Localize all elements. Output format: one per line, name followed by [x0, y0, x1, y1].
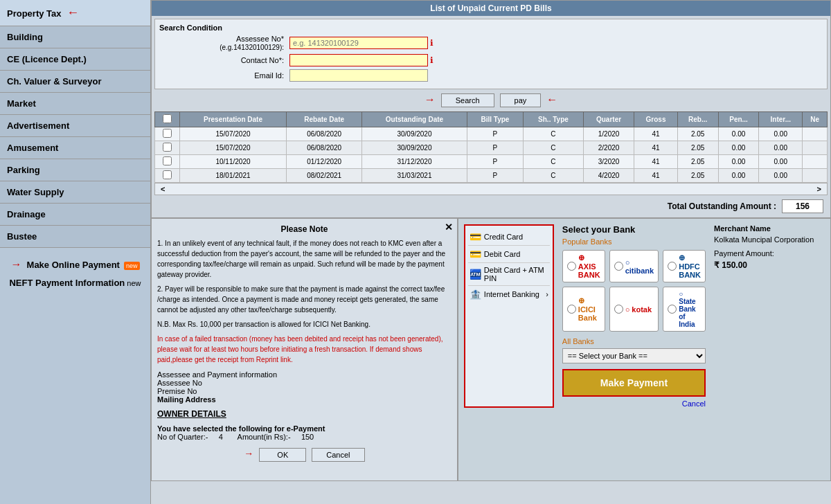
payment-method-list: 💳 Credit Card 💳 Debit Card 🏧 Debit Card …: [464, 224, 554, 408]
neft-section: NEFT Payment Information new: [0, 274, 150, 291]
contact-info-icon: ℹ: [430, 55, 434, 65]
bills-table: Presentation Date Rebate Date Outstandin…: [154, 111, 828, 183]
presentation-date: 10/11/2020: [180, 155, 287, 169]
total-amount-box: 156: [782, 199, 823, 213]
email-label: Email Id:: [159, 71, 284, 80]
payment-method-internet-banking[interactable]: 🏦 Internet Banking ›: [468, 286, 550, 303]
sidebar-item-advertisement[interactable]: Advertisement: [0, 115, 150, 137]
bank-dropdown[interactable]: == Select your Bank ==: [562, 348, 706, 363]
neft-payment-label[interactable]: NEFT Payment Information: [9, 278, 125, 288]
select-bank-title: Select your Bank: [562, 224, 706, 235]
payment-cancel-link[interactable]: Cancel: [562, 399, 706, 408]
col-bill-type: Bill Type: [467, 112, 524, 127]
debit-card-icon: 💳: [470, 249, 481, 260]
payment-method-debit-atm[interactable]: 🏧 Debit Card + ATM PIN: [468, 263, 550, 286]
payment-method-debit-card[interactable]: 💳 Debit Card: [468, 246, 550, 263]
inter: 0.00: [759, 127, 803, 141]
axis-radio[interactable]: [567, 262, 576, 271]
new-badge-neft: new: [127, 279, 141, 287]
sidebar-item-market[interactable]: Market: [0, 93, 150, 115]
search-buttons: → Search pay ←: [154, 93, 828, 107]
pay-button[interactable]: pay: [500, 93, 542, 107]
col-checkbox: [155, 112, 180, 127]
reb: 2.05: [677, 127, 718, 141]
sh-type: C: [524, 169, 583, 183]
citi-radio[interactable]: [614, 262, 623, 271]
ok-cancel-row: → OK Cancel: [157, 448, 452, 462]
total-outstanding-label: Total Outstanding Amount :: [668, 201, 776, 211]
sidebar-item-drainage[interactable]: Drainage: [0, 204, 150, 226]
make-payment-button[interactable]: Make Payment: [562, 369, 706, 397]
assessee-no-row: Assessee No: [157, 379, 452, 387]
ok-button[interactable]: OK: [259, 448, 306, 462]
note-warning: In case of a failed transaction (money h…: [157, 334, 452, 365]
payment-method-credit-card[interactable]: 💳 Credit Card: [468, 228, 550, 246]
payment-panel: 💳 Credit Card 💳 Debit Card 🏧 Debit Card …: [458, 218, 831, 481]
rebate-date: 06/08/2020: [286, 127, 361, 141]
email-row: Email Id:: [159, 69, 823, 82]
sidebar-item-parking[interactable]: Parking: [0, 159, 150, 181]
sh-type: C: [524, 127, 583, 141]
sbi-label: ○ State Bank of India: [679, 290, 701, 328]
payment-amount-label: Payment Amount:: [714, 249, 825, 258]
bill-type: P: [467, 127, 524, 141]
contact-input[interactable]: [289, 54, 428, 66]
ne: [803, 169, 828, 183]
internet-banking-arrow: ›: [546, 290, 548, 298]
table-row: 18/01/2021 08/02/2021 31/03/2021 P C 4/2…: [155, 169, 828, 183]
inter: 0.00: [759, 155, 803, 169]
hdfc-radio[interactable]: [668, 262, 677, 271]
axis-label: ⊕ AXIS BANK: [578, 253, 600, 279]
prev-arrow[interactable]: <: [158, 185, 168, 193]
row-checkbox[interactable]: [155, 155, 180, 169]
quarter: 1/2020: [583, 127, 634, 141]
reb: 2.05: [677, 155, 718, 169]
bank-option-citi[interactable]: ○ citibank: [609, 250, 659, 282]
search-button[interactable]: Search: [441, 93, 494, 107]
sidebar-item-amusement[interactable]: Amusement: [0, 137, 150, 159]
sidebar-item-ce-licence[interactable]: CE (Licence Dept.): [0, 48, 150, 71]
sidebar-item-property-tax[interactable]: Property Tax ←: [0, 0, 150, 26]
internet-banking-icon: 🏦: [470, 289, 481, 300]
property-tax-label: Property Tax: [7, 8, 62, 19]
bank-option-sbi[interactable]: ○ State Bank of India: [663, 287, 706, 332]
sidebar-item-ch-valuer[interactable]: Ch. Valuer & Surveyor: [0, 71, 150, 93]
sidebar-item-water-supply[interactable]: Water Supply: [0, 181, 150, 204]
cancel-button[interactable]: Cancel: [312, 448, 364, 462]
row-checkbox[interactable]: [155, 127, 180, 141]
icici-radio[interactable]: [567, 305, 576, 314]
next-arrow[interactable]: >: [814, 185, 824, 193]
drainage-label: Drainage: [7, 209, 46, 219]
sbi-radio[interactable]: [668, 305, 677, 314]
bank-option-kotak[interactable]: ○ kotak: [609, 287, 659, 332]
please-note-close[interactable]: ✕: [445, 222, 453, 233]
top-panel: List of Unpaid Current PD Bills Search C…: [151, 0, 831, 218]
outstanding-date: 31/12/2020: [362, 155, 467, 169]
bank-option-axis[interactable]: ⊕ AXIS BANK: [562, 250, 605, 282]
sidebar-item-building[interactable]: Building: [0, 26, 150, 48]
row-checkbox[interactable]: [155, 169, 180, 183]
col-pen: Pen...: [718, 112, 758, 127]
merchant-panel: Merchant Name Kolkata Muncipal Corporati…: [714, 224, 825, 408]
ne: [803, 127, 828, 141]
bank-option-hdfc[interactable]: ⊕ HDFC BANK: [663, 250, 706, 282]
sidebar-item-bustee[interactable]: Bustee: [0, 226, 150, 248]
kotak-radio[interactable]: [614, 305, 623, 314]
epayment-label: You have selected the following for e-Pa…: [157, 424, 452, 433]
assessee-row: Assessee No* (e.g.141320100129): ℹ: [159, 35, 823, 51]
quarter: 4/2020: [583, 169, 634, 183]
bottom-section: Please Note ✕ 1. In an unlikely event of…: [151, 218, 831, 481]
bill-type: P: [467, 169, 524, 183]
bank-option-icici[interactable]: ⊕ ICICI Bank: [562, 287, 605, 332]
make-online-payment-label[interactable]: Make Online Payment: [27, 260, 120, 270]
row-checkbox[interactable]: [155, 141, 180, 155]
col-presentation-date: Presentation Date: [180, 112, 287, 127]
pen: 0.00: [718, 127, 758, 141]
rebate-date: 08/02/2021: [286, 169, 361, 183]
assessee-input[interactable]: [289, 37, 428, 49]
quarter: 2/2020: [583, 141, 634, 155]
email-input[interactable]: [289, 69, 428, 82]
presentation-date: 15/07/2020: [180, 127, 287, 141]
select-all-checkbox[interactable]: [163, 114, 172, 123]
merchant-name-label: Merchant Name: [714, 224, 825, 233]
